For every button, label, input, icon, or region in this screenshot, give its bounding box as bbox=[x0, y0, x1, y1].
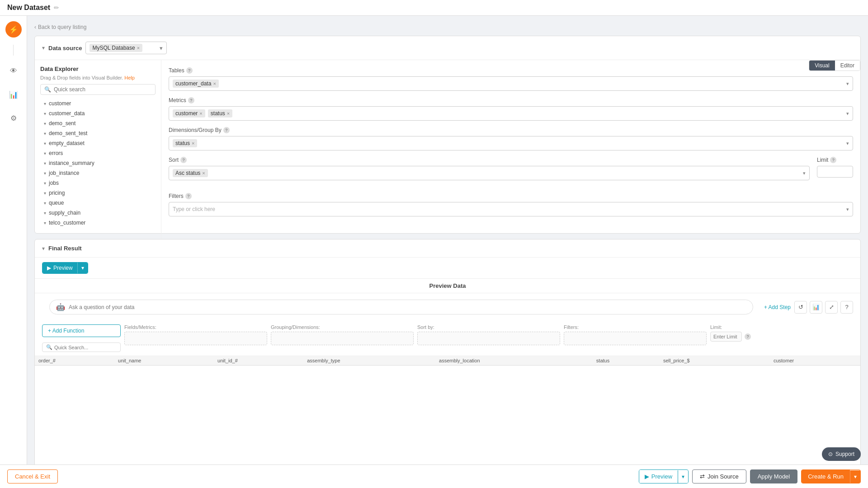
tree-item-demo-sent[interactable]: ▾demo_sent bbox=[40, 118, 156, 128]
add-function-btn[interactable]: + Add Function bbox=[42, 324, 121, 337]
filters-dropdown-arrow: ▾ bbox=[846, 206, 849, 212]
metrics-input[interactable]: customer × status × ▾ bbox=[169, 106, 853, 121]
data-source-card: ▾ Data source MySQL Database × ▾ Data Ex… bbox=[34, 36, 861, 234]
top-bar: New Dataset ✏ bbox=[0, 0, 868, 16]
explorer-layout: Data Explorer Drag & Drop fields into Vi… bbox=[35, 60, 860, 257]
cancel-exit-btn[interactable]: Cancel & Exit bbox=[7, 469, 58, 483]
data-source-collapse-icon[interactable]: ▾ bbox=[42, 45, 45, 51]
step-search-input[interactable] bbox=[54, 345, 117, 350]
bottom-right: ▶ Preview ▾ ⇄ Join Source Apply Model Cr… bbox=[639, 469, 861, 483]
limit-help-icon[interactable]: ? bbox=[830, 157, 836, 163]
fields-col: Fields/Metrics: bbox=[124, 324, 267, 352]
limit-step-col-header: Limit: bbox=[710, 324, 853, 330]
sidebar-icon-query[interactable]: ⚡ bbox=[5, 21, 22, 38]
tree-item-pricing[interactable]: ▾pricing bbox=[40, 188, 156, 198]
sort-col: Sort by: bbox=[417, 324, 560, 352]
limit-label: Limit ? bbox=[817, 157, 853, 163]
tree-item-queue[interactable]: ▾queue bbox=[40, 198, 156, 208]
final-result-title: Final Result bbox=[48, 245, 82, 252]
tree-item-errors[interactable]: ▾errors bbox=[40, 148, 156, 158]
final-result-collapse-icon[interactable]: ▾ bbox=[42, 245, 45, 252]
ask-question-bar: 🤖 bbox=[49, 300, 753, 314]
filters-help-icon[interactable]: ? bbox=[185, 193, 192, 199]
data-source-remove[interactable]: × bbox=[137, 45, 140, 51]
col-sell-price: sell_price_$ bbox=[660, 356, 770, 366]
col-assembly-type: assembly_type bbox=[303, 356, 435, 366]
tree-item-customer-data[interactable]: ▾customer_data bbox=[40, 108, 156, 118]
tree-item-instance-summary[interactable]: ▾instance_summary bbox=[40, 158, 156, 168]
filters-input[interactable]: Type or click here ▾ bbox=[169, 202, 853, 216]
toolbar-refresh-btn[interactable]: ↺ bbox=[794, 301, 807, 314]
bottom-preview-arrow[interactable]: ▾ bbox=[678, 470, 688, 483]
fields-col-body[interactable] bbox=[124, 332, 267, 345]
data-source-tag-label: MySQL Database bbox=[92, 45, 135, 51]
help-link[interactable]: Help bbox=[124, 75, 135, 80]
view-editor-btn[interactable]: Editor bbox=[835, 61, 860, 70]
tree-item-telco-customer[interactable]: ▾telco_customer bbox=[40, 218, 156, 228]
step-builder-left: + Add Function 🔍 bbox=[42, 324, 121, 352]
tables-group: Tables ? customer_data × ▾ bbox=[169, 67, 853, 91]
bottom-preview-main[interactable]: ▶ Preview bbox=[639, 470, 678, 483]
filters-step-col-body[interactable] bbox=[564, 332, 707, 345]
toolbar-chart-btn[interactable]: 📊 bbox=[810, 301, 822, 314]
back-link[interactable]: ‹ Back to query listing bbox=[34, 24, 861, 30]
dimensions-input[interactable]: status × ▾ bbox=[169, 136, 853, 150]
toolbar-expand-btn[interactable]: ⤢ bbox=[825, 301, 838, 314]
sidebar-icon-chart[interactable]: 📊 bbox=[5, 86, 22, 103]
sort-col-header: Sort by: bbox=[417, 324, 560, 330]
tree-item-job-instance[interactable]: ▾job_instance bbox=[40, 168, 156, 178]
step-builder: + Add Function 🔍 Fields/Metrics: Groupin… bbox=[35, 321, 860, 356]
tables-help-icon[interactable]: ? bbox=[186, 67, 193, 74]
limit-input[interactable]: 10000 bbox=[817, 166, 853, 178]
tree-item-demo-sent-test[interactable]: ▾demo_sent_test bbox=[40, 128, 156, 138]
sidebar-icon-settings[interactable]: ⚙ bbox=[5, 110, 22, 126]
explorer-search-input[interactable] bbox=[54, 86, 151, 93]
dimensions-label: Dimensions/Group By ? bbox=[169, 127, 853, 133]
add-step-btn[interactable]: + Add Step bbox=[764, 304, 791, 310]
filters-label: Filters ? bbox=[169, 193, 853, 199]
metrics-tag-status: status × bbox=[208, 109, 232, 117]
sort-help-icon[interactable]: ? bbox=[180, 157, 187, 163]
tree-item-empty-dataset[interactable]: ▾empty_dataset bbox=[40, 138, 156, 148]
edit-icon[interactable]: ✏ bbox=[54, 4, 59, 11]
create-run-btn: Create & Run ▾ bbox=[801, 469, 861, 483]
preview-btn-main[interactable]: ▶ Preview bbox=[42, 263, 77, 273]
preview-toolbar: ▶ Preview ▾ bbox=[35, 258, 860, 279]
dimensions-status-remove[interactable]: × bbox=[192, 141, 194, 146]
support-btn[interactable]: ⊙ Support bbox=[822, 447, 861, 461]
data-source-dropdown[interactable]: MySQL Database × ▾ bbox=[85, 42, 167, 54]
grouping-col-body[interactable] bbox=[271, 332, 414, 345]
metrics-customer-remove[interactable]: × bbox=[199, 111, 202, 116]
sort-col-body[interactable] bbox=[417, 332, 560, 345]
tree-item-customer[interactable]: ▾customer bbox=[40, 99, 156, 108]
preview-btn-dropdown[interactable]: ▾ bbox=[77, 263, 88, 273]
tree-item-supply-chain[interactable]: ▾supply_chain bbox=[40, 208, 156, 218]
col-order: order_# bbox=[35, 356, 114, 366]
step-search-icon: 🔍 bbox=[46, 344, 52, 350]
apply-model-btn[interactable]: Apply Model bbox=[750, 469, 798, 483]
tables-input[interactable]: customer_data × ▾ bbox=[169, 76, 853, 91]
create-run-main[interactable]: Create & Run bbox=[802, 470, 850, 483]
query-panel: Visual Editor Tables ? customer_data × bbox=[161, 60, 860, 257]
tables-tag-remove[interactable]: × bbox=[213, 81, 216, 86]
limit-help-icon2[interactable]: ? bbox=[745, 333, 751, 340]
create-run-arrow[interactable]: ▾ bbox=[850, 470, 860, 483]
metrics-help-icon[interactable]: ? bbox=[188, 97, 194, 103]
tree-item-jobs[interactable]: ▾jobs bbox=[40, 178, 156, 188]
sort-input[interactable]: Asc status × ▾ bbox=[169, 166, 810, 180]
limit-step-col-body: ? bbox=[710, 332, 853, 342]
toolbar-help-btn[interactable]: ? bbox=[840, 301, 853, 314]
sidebar-divider bbox=[13, 45, 14, 56]
sort-asc-remove[interactable]: × bbox=[202, 170, 205, 176]
ask-input[interactable] bbox=[69, 304, 746, 310]
view-visual-btn[interactable]: Visual bbox=[809, 61, 835, 70]
sort-tag-asc-status: Asc status × bbox=[173, 169, 208, 177]
dimensions-help-icon[interactable]: ? bbox=[223, 127, 230, 133]
table-header-row: order_# unit_name unit_id_# assembly_typ… bbox=[35, 356, 860, 366]
sidebar-icon-eye[interactable]: 👁 bbox=[5, 63, 22, 79]
limit-enter-input[interactable] bbox=[710, 332, 742, 342]
data-source-dropdown-arrow: ▾ bbox=[160, 45, 163, 52]
metrics-status-remove[interactable]: × bbox=[227, 111, 230, 116]
filters-step-col-header: Filters: bbox=[564, 324, 707, 330]
join-source-btn[interactable]: ⇄ Join Source bbox=[692, 469, 746, 483]
